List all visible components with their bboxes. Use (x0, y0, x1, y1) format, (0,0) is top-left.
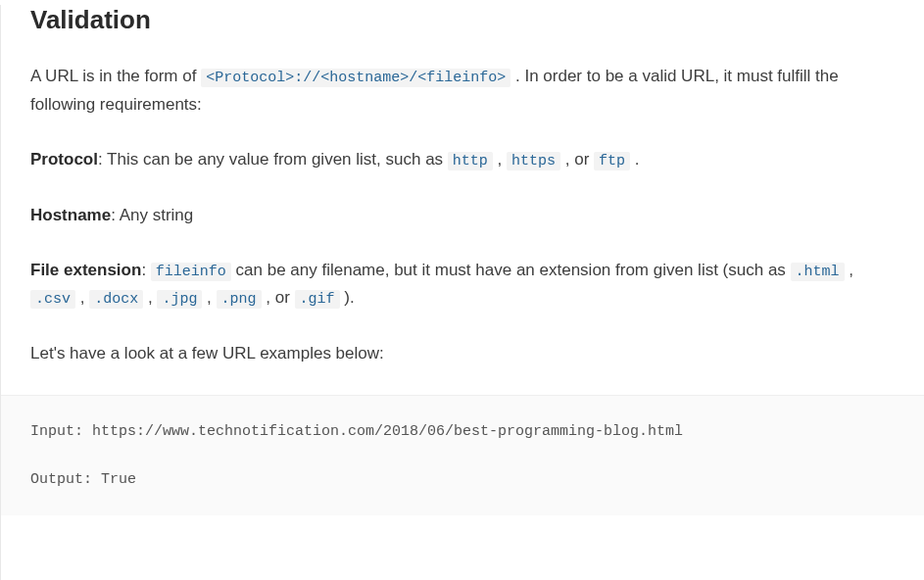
fileext-paragraph: File extension: fileinfo can be any file… (30, 257, 895, 314)
intro-text-prefix: A URL is in the form of (30, 67, 201, 85)
sep: , or (560, 150, 594, 169)
hostname-paragraph: Hostname: Any string (30, 202, 895, 229)
sep: , (202, 288, 216, 307)
sep: ). (340, 288, 355, 307)
fileext-text: can be any filename, but it must have an… (231, 261, 791, 279)
example-input-line: Input: https://www.technotification.com/… (30, 423, 895, 440)
gif-ext-code: .gif (295, 290, 340, 309)
sep: , (75, 288, 89, 307)
sep: , (493, 150, 507, 169)
https-code: https (507, 152, 560, 170)
examples-intro: Let's have a look at a few URL examples … (30, 340, 895, 367)
section-heading: Validation (30, 5, 895, 35)
png-ext-code: .png (217, 290, 262, 309)
url-template-code: <Protocol>://<hostname>/<fileinfo> (201, 69, 511, 87)
example-block: Input: https://www.technotification.com/… (1, 395, 924, 515)
fileext-label: File extension (30, 261, 141, 279)
intro-paragraph: A URL is in the form of <Protocol>://<ho… (30, 63, 895, 119)
http-code: http (448, 152, 493, 170)
hostname-text: : Any string (111, 206, 193, 224)
sep: . (630, 150, 639, 169)
example-output-line: Output: True (30, 471, 895, 488)
fileinfo-code: fileinfo (151, 263, 231, 281)
protocol-label: Protocol (30, 150, 98, 169)
ftp-code: ftp (594, 152, 630, 170)
protocol-text: : This can be any value from given list,… (98, 150, 448, 169)
document-content: Validation A URL is in the form of <Prot… (0, 5, 924, 580)
sep: , (143, 288, 157, 307)
sep: : (141, 261, 150, 279)
sep: , or (262, 288, 295, 307)
jpg-ext-code: .jpg (157, 290, 202, 309)
html-ext-code: .html (791, 263, 845, 281)
hostname-label: Hostname (30, 206, 111, 224)
sep: , (845, 261, 853, 279)
protocol-paragraph: Protocol: This can be any value from giv… (30, 146, 895, 174)
docx-ext-code: .docx (89, 290, 143, 309)
csv-ext-code: .csv (30, 290, 75, 309)
